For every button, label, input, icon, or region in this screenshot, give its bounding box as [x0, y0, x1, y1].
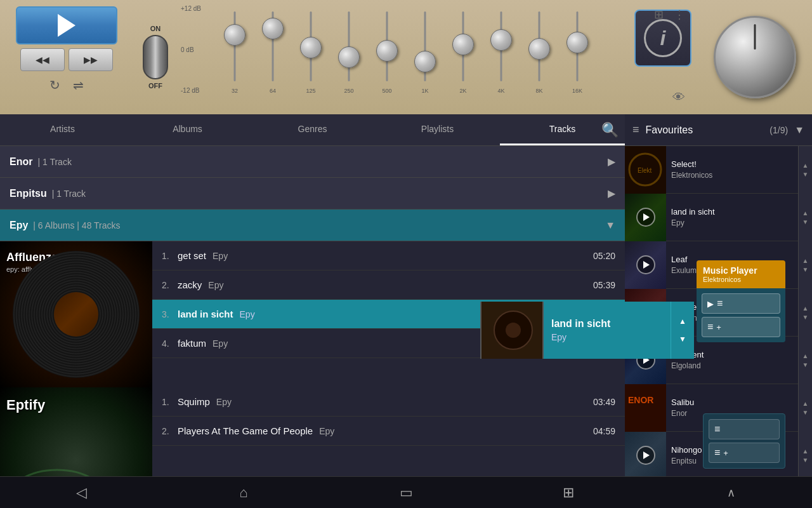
eq-slider-1k[interactable]: 1K: [406, 5, 444, 94]
artist-header-epy[interactable]: Epy | 6 Albums | 48 Tracks ▼: [0, 210, 625, 241]
fav-side-btn-3[interactable]: ▲ ▼: [798, 289, 812, 337]
search-icon[interactable]: 🔍: [601, 122, 619, 138]
fav-art-1: [625, 194, 666, 241]
popup-header: Music Player Elektronicos: [697, 260, 785, 288]
eq-knob-250[interactable]: [338, 46, 360, 68]
bottom-nav-bar: ◁ ⌂ ▭ ⊞ ∧: [0, 476, 812, 508]
eye-icon[interactable]: 👁: [672, 90, 685, 105]
eq-knob-32[interactable]: [224, 24, 246, 46]
eq-slider-64[interactable]: 64: [254, 5, 292, 94]
eq-knob-2k[interactable]: [452, 34, 474, 55]
repeat-icon[interactable]: ↻: [49, 77, 60, 93]
eq-slider-32[interactable]: 32: [216, 5, 254, 94]
popup-add-btn[interactable]: ≡ +: [702, 317, 780, 337]
next-button[interactable]: ▶▶: [69, 48, 113, 71]
eq-onoff-knob[interactable]: [143, 35, 168, 79]
fav-play-btn-2[interactable]: [636, 255, 655, 274]
fav-art-0: Elekt: [625, 146, 666, 194]
popup-arrows: ▲ ▼: [671, 302, 694, 359]
fav-item[interactable]: Elekt Select! Elektronicos ▲ ▼: [625, 146, 812, 194]
svg-rect-6: [625, 384, 666, 432]
svg-text:Elekt: Elekt: [638, 167, 652, 174]
tab-artists[interactable]: Artists: [0, 114, 125, 145]
transport-row: ◀◀ ▶▶: [20, 48, 113, 71]
fav-dropdown-arrow[interactable]: ▼: [794, 124, 804, 136]
info-icon: i: [644, 19, 682, 57]
home-button[interactable]: ⌂: [228, 480, 259, 505]
popup-up-btn[interactable]: ▲: [676, 315, 689, 328]
fav-info-0: Select! Elektronicos: [666, 159, 798, 180]
eq-sliders-area: +12 dB 0 dB -12 dB 32 64 125: [178, 0, 628, 114]
eq-knob-16k[interactable]: [566, 32, 588, 53]
fav-side-btn-4[interactable]: ▲ ▼: [798, 337, 812, 384]
eq-knob-8k[interactable]: [528, 38, 550, 60]
favourites-header: ≡ Favourites (1/9) ▼: [625, 114, 812, 146]
eq-slider-250[interactable]: 250: [330, 5, 368, 94]
popup-body: ▶ ≡ ≡ +: [697, 288, 785, 342]
popup-down-btn[interactable]: ▼: [676, 333, 689, 345]
fav-play-btn-6[interactable]: [636, 446, 655, 465]
recents-button[interactable]: ▭: [390, 480, 422, 505]
prev-button[interactable]: ◀◀: [20, 48, 65, 71]
vinyl-record: [13, 251, 140, 378]
expand-arrow-epy: ▼: [605, 220, 615, 231]
vinyl-label: [54, 292, 98, 337]
nav-tabs: Artists Albums Genres Playlists Tracks 🔍: [0, 114, 625, 146]
bottom-popup-body: ≡ ≡ +: [703, 413, 785, 469]
fav-art-5: ENOR: [625, 384, 666, 432]
eq-knob-4k[interactable]: [490, 29, 512, 51]
fav-art-6: [625, 432, 666, 479]
fav-art-2: [625, 241, 666, 289]
eq-adjust-icon[interactable]: ⊞: [654, 8, 664, 22]
volume-knob[interactable]: [714, 16, 796, 98]
album-art-affluenza: Affluenza epy: affluenza: [0, 241, 152, 387]
equalizer-bar: ◀◀ ▶▶ ↻ ⇌ ON OFF +12 dB 0 dB -12 dB: [0, 0, 812, 114]
artist-header-enpitsu[interactable]: Enpitsu | 1 Track ▶: [0, 178, 625, 210]
menu-dots-icon[interactable]: ⋮: [674, 8, 685, 22]
bottom-popup-list-btn[interactable]: ≡: [709, 419, 780, 439]
eq-knob-1k[interactable]: [414, 51, 436, 72]
eq-knob-125[interactable]: [300, 37, 322, 58]
shuffle-icon[interactable]: ⇌: [73, 77, 84, 93]
track-row[interactable]: 2. Players At The Game Of People Epy 04:…: [152, 417, 625, 446]
fav-side-btn-1[interactable]: ▲ ▼: [798, 194, 812, 241]
eq-slider-500[interactable]: 500: [368, 5, 406, 94]
svg-text:ENOR: ENOR: [628, 395, 653, 405]
eq-slider-2k[interactable]: 2K: [444, 5, 482, 94]
eq-sliders: 32 64 125 250: [216, 5, 622, 94]
eq-knob-64[interactable]: [262, 18, 284, 39]
eq-slider-8k[interactable]: 8K: [520, 5, 558, 94]
back-button[interactable]: ◁: [65, 480, 97, 505]
fav-item[interactable]: land in sicht Epy ▲ ▼: [625, 194, 812, 241]
fav-info-1: land in sicht Epy: [666, 207, 798, 227]
fav-side-btn-6[interactable]: ▲ ▼: [798, 432, 812, 479]
play-button[interactable]: [16, 6, 117, 44]
eq-slider-4k[interactable]: 4K: [482, 5, 520, 94]
tab-playlists[interactable]: Playlists: [375, 114, 500, 145]
artist-header-enor[interactable]: Enor | 1 Track ▶: [0, 146, 625, 178]
play-icon: [58, 14, 75, 37]
fav-side-btn-0[interactable]: ▲ ▼: [798, 146, 812, 194]
eq-slider-125[interactable]: 125: [292, 5, 330, 94]
fav-play-btn-1[interactable]: [636, 208, 655, 227]
chevron-up-button[interactable]: ∧: [715, 480, 747, 505]
popup-art: [480, 302, 544, 359]
expand-arrow-enpitsu: ▶: [608, 187, 615, 199]
eq-slider-16k[interactable]: 16K: [558, 5, 596, 94]
tab-albums[interactable]: Albums: [125, 114, 250, 145]
fav-side-btn-5[interactable]: ▲ ▼: [798, 384, 812, 432]
track-row[interactable]: 1. get set Epy 05:20: [152, 241, 625, 271]
fav-side-btn-2[interactable]: ▲ ▼: [798, 241, 812, 289]
bottom-popup-add-btn[interactable]: ≡ +: [709, 443, 780, 463]
popup-play-btn[interactable]: ▶ ≡: [702, 293, 780, 314]
eq-knob-500[interactable]: [376, 40, 398, 62]
track-row[interactable]: 2. zacky Epy 05:39: [152, 271, 625, 300]
eq-onoff-toggle[interactable]: ON OFF: [133, 0, 178, 114]
track-popup: land in sicht Epy ▲ ▼: [480, 302, 694, 359]
svg-point-10: [506, 323, 521, 338]
tab-genres[interactable]: Genres: [250, 114, 375, 145]
qr-button[interactable]: ⊞: [553, 480, 584, 505]
bottom-playlist-popup: ≡ ≡ +: [703, 413, 785, 469]
track-row[interactable]: 1. Squimp Epy 03:49: [152, 387, 625, 417]
top-right-icons: ⊞ ⋮: [654, 8, 685, 22]
